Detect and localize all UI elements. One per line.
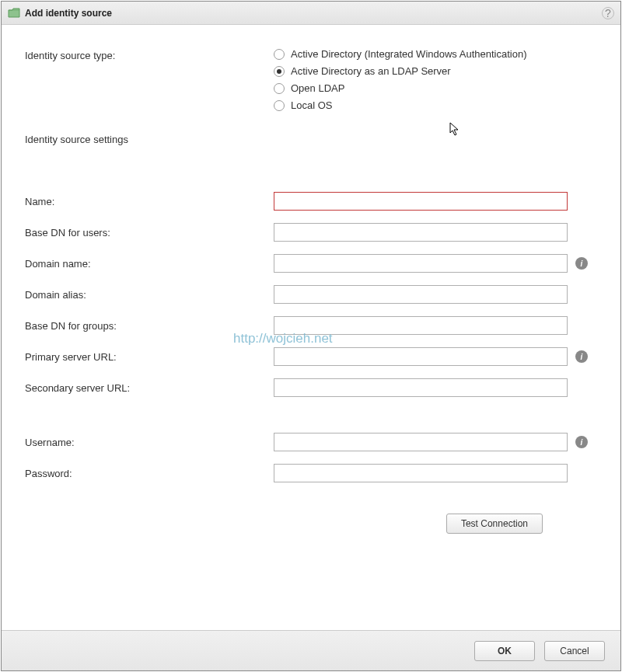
password-label: Password: xyxy=(25,468,274,479)
radio-label: Active Directory (Integrated Windows Aut… xyxy=(291,48,526,60)
primary-url-input[interactable] xyxy=(274,347,568,366)
username-label: Username: xyxy=(25,437,274,448)
domain-name-input[interactable] xyxy=(274,254,568,273)
domain-alias-input[interactable] xyxy=(274,285,568,304)
dialog-title: Add identity source xyxy=(25,8,602,19)
radio-ad-integrated[interactable]: Active Directory (Integrated Windows Aut… xyxy=(274,48,597,60)
settings-label: Identity source settings xyxy=(25,134,597,145)
add-identity-source-dialog: Add identity source ? Identity source ty… xyxy=(1,1,621,671)
name-label: Name: xyxy=(25,196,274,207)
test-connection-button[interactable]: Test Connection xyxy=(446,514,543,534)
radio-open-ldap[interactable]: Open LDAP xyxy=(274,82,597,94)
radio-ad-ldap[interactable]: Active Directory as an LDAP Server xyxy=(274,65,597,77)
domain-alias-label: Domain alias: xyxy=(25,289,274,301)
info-icon[interactable]: i xyxy=(575,257,588,270)
radio-label: Active Directory as an LDAP Server xyxy=(291,65,451,77)
base-dn-groups-label: Base DN for groups: xyxy=(25,320,274,332)
username-input[interactable] xyxy=(274,433,568,451)
radio-icon xyxy=(274,66,285,77)
radio-icon xyxy=(274,100,285,111)
password-input[interactable] xyxy=(274,464,568,482)
folder-icon xyxy=(8,8,20,19)
info-icon[interactable]: i xyxy=(575,350,588,363)
name-input[interactable] xyxy=(274,192,568,211)
base-dn-users-label: Base DN for users: xyxy=(25,227,274,239)
help-icon[interactable]: ? xyxy=(602,7,614,19)
info-icon[interactable]: i xyxy=(575,436,588,448)
source-type-label: Identity source type: xyxy=(25,48,274,61)
ok-button[interactable]: OK xyxy=(474,641,535,661)
primary-url-label: Primary server URL: xyxy=(25,351,274,363)
domain-name-label: Domain name: xyxy=(25,258,274,270)
secondary-url-input[interactable] xyxy=(274,378,568,397)
dialog-footer: OK Cancel xyxy=(2,630,620,670)
dialog-content: Identity source type: Active Directory (… xyxy=(2,25,620,630)
cancel-button[interactable]: Cancel xyxy=(544,641,605,661)
radio-label: Local OS xyxy=(291,99,332,111)
radio-icon xyxy=(274,83,285,94)
radio-icon xyxy=(274,49,285,60)
base-dn-groups-input[interactable] xyxy=(274,316,568,335)
radio-label: Open LDAP xyxy=(291,82,344,94)
secondary-url-label: Secondary server URL: xyxy=(25,382,274,394)
base-dn-users-input[interactable] xyxy=(274,223,568,242)
dialog-titlebar: Add identity source ? xyxy=(2,2,620,25)
radio-local-os[interactable]: Local OS xyxy=(274,99,597,111)
